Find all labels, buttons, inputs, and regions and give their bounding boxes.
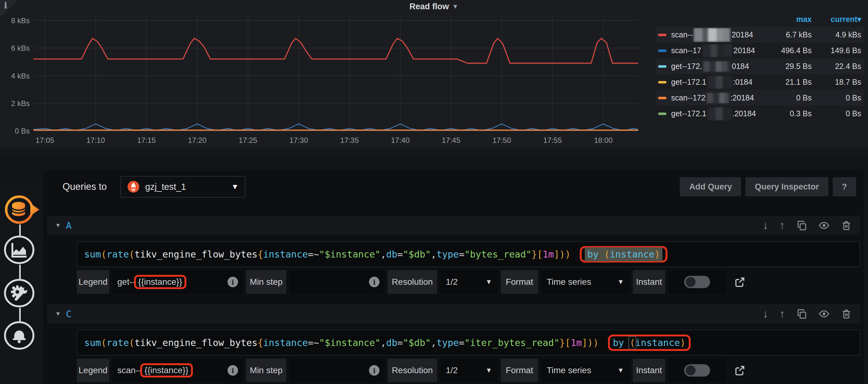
legend-row[interactable]: get--172.1.201840.3 Bs0 Bs [656,106,864,121]
legend-format-label: Legend [77,359,109,382]
query-editor-header: Queries to gzj_test_1 ▼ Add Query Query … [43,171,864,203]
promql-token: by [613,337,624,348]
share-query-icon[interactable] [729,359,751,382]
promql-token: = [459,337,464,348]
legend-row[interactable]: scan--201846.7 kBs4.9 kBs [656,27,864,43]
promql-token: , [431,337,436,348]
collapse-caret-icon[interactable]: ▼ [55,310,61,317]
info-icon[interactable]: i [227,277,238,287]
promql-token: sum [84,337,101,348]
datasource-picker[interactable]: gzj_test_1 ▼ [120,176,246,198]
query-ref-letter: C [66,308,72,319]
move-query-up-icon[interactable]: ↑ [779,220,785,231]
move-query-down-icon[interactable]: ↓ [763,308,768,319]
resolution-value: 1/2 [446,365,458,375]
promql-token: ( [630,337,635,348]
format-select[interactable]: Time series▼ [541,359,630,382]
legend-row[interactable]: get--172.018429.5 Bs22.4 Bs [656,59,864,74]
toggle-query-visibility-icon[interactable] [818,220,830,231]
toggle-query-visibility-icon[interactable] [818,308,830,319]
query-body: sum(rate(tikv_engine_flow_bytes{instance… [47,235,860,294]
share-query-icon[interactable] [729,270,751,294]
panel-title-dropdown[interactable]: Read flow▼ [0,2,868,11]
prometheus-flame-icon [127,181,140,193]
duplicate-query-icon[interactable] [796,220,807,231]
promql-token: ] [554,249,559,260]
resolution-value: 1/2 [446,277,458,287]
info-icon[interactable]: i [369,277,379,287]
duplicate-query-icon[interactable] [796,308,807,319]
y-tick-label: 2 kBs [11,99,30,108]
format-select[interactable]: Time series▼ [541,270,630,294]
tab-visualization[interactable] [3,235,35,266]
promql-token: = [397,337,403,348]
move-query-down-icon[interactable]: ↓ [763,220,768,231]
series-current-value: 149.6 Bs [812,46,861,55]
promql-token: ( [604,249,610,260]
legend-row[interactable]: scan--1720184496.4 Bs149.6 Bs [656,43,864,59]
add-query-button[interactable]: Add Query [680,177,741,196]
by-clause: by (instance) [613,337,686,348]
legend-header: max current▾ [656,15,864,27]
promql-expression-input[interactable]: sum(rate(tikv_engine_flow_bytes{instance… [77,329,860,355]
legend-row[interactable]: scan--172:201840 Bs0 Bs [656,90,864,106]
delete-query-icon[interactable] [841,220,852,231]
promql-token: db [386,249,397,260]
query-header[interactable]: ▼C↓↑ [47,304,860,323]
series-current-value: 18.7 Bs [812,78,861,86]
chevron-down-icon: ▼ [617,366,624,375]
toggle-knob [686,277,695,287]
resolution-label: Resolution [388,359,437,382]
resolution-select[interactable]: 1/2▼ [440,270,498,294]
legend-row[interactable]: get--172.1:018421.1 Bs18.7 Bs [656,74,864,90]
legend-sort-current[interactable]: current▾ [812,15,861,24]
info-icon[interactable]: i [227,365,238,376]
instant-toggle[interactable] [684,364,710,377]
promql-expression-input[interactable]: sum(rate(tikv_engine_flow_bytes{instance… [77,241,860,267]
x-tick-label: 17:40 [391,136,409,144]
legend-format-input[interactable]: scan--{{instance}}i [112,359,243,382]
promql-token: [ [565,337,570,348]
help-button[interactable]: ? [833,177,857,196]
x-tick-label: 17:55 [543,136,562,144]
delete-query-icon[interactable] [841,308,852,319]
x-tick-label: 17:10 [86,136,105,144]
promql-token: = [397,249,403,260]
instant-toggle[interactable] [684,276,710,288]
resolution-label: Resolution [388,270,437,294]
promql-token: 1m [570,337,582,348]
series-name: get--172.0184 [671,61,756,72]
series-color-swatch [658,49,666,52]
legend-format-input[interactable]: get--{{instance}}i [112,270,243,294]
collapse-caret-icon[interactable]: ▼ [55,222,61,229]
series-max-value: 496.4 Bs [756,46,812,55]
move-query-up-icon[interactable]: ↑ [779,308,785,319]
query-header[interactable]: ▼A↓↑ [47,216,860,235]
chart-grid [34,13,639,131]
series-color-swatch [658,97,666,99]
legend-sort-max[interactable]: max [756,15,812,24]
x-tick-label: 17:45 [442,136,460,144]
series-line [34,124,638,131]
tab-queries[interactable] [3,194,40,227]
promql-token: ( [129,249,135,260]
series-color-swatch [658,65,666,68]
min-step-input[interactable]: i [289,270,384,294]
query-inspector-button[interactable]: Query Inspector [745,177,828,196]
format-label: Format [501,270,538,294]
series-max-value: 0.3 Bs [756,109,812,118]
series-max-value: 29.5 Bs [756,62,812,71]
redacted-text-blur [694,28,730,42]
info-icon[interactable]: i [369,365,379,376]
min-step-input[interactable]: i [289,359,384,382]
resolution-select[interactable]: 1/2▼ [440,359,498,382]
red-annotation-box: by (instance) [580,246,668,263]
tab-general[interactable] [3,278,35,309]
tab-alert[interactable] [3,321,35,352]
instant-toggle-box [668,270,726,294]
promql-token: instance [263,249,308,260]
promql-token: )) [559,249,570,260]
chart-legend: max current▾ scan--201846.7 kBs4.9 kBssc… [656,15,864,121]
query-body: sum(rate(tikv_engine_flow_bytes{instance… [47,323,860,382]
chevron-down-icon: ▼ [486,366,492,375]
